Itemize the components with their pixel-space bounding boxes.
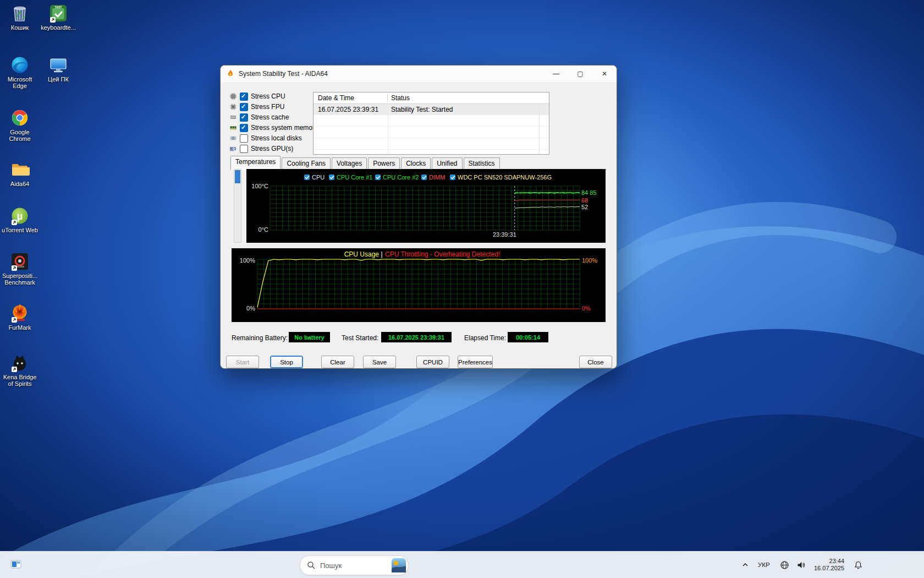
icon-label: Кошик [0,24,40,31]
search-highlight-icon[interactable] [391,558,406,573]
svg-text:CPU: CPU [312,174,324,181]
stress-gpu-row[interactable]: Stress GPU(s) [229,144,293,153]
stress-disks-checkbox[interactable] [240,134,248,143]
gpu-icon [229,145,237,152]
test-started-value: 16.07.2025 23:39:31 [381,332,452,342]
window-title: System Stability Test - AIDA64 [239,70,328,78]
tab-clocks[interactable]: Clocks [401,157,431,170]
cpuid-button[interactable]: CPUID [416,356,449,368]
temperature-chart: CPUCPU Core #1CPU Core #2DIMMWDC PC SN52… [246,169,606,243]
tab-statistics[interactable]: Statistics [464,157,500,170]
svg-text:100%: 100% [240,257,255,264]
tray-clock[interactable]: 23:44 16.07.2025 [814,552,844,578]
desktop-icon-utorrent[interactable]: µ uTorrent Web [0,206,40,233]
stress-cache-checkbox[interactable] [240,113,248,122]
search-icon [307,561,316,570]
column-header-status[interactable]: Status [388,94,549,102]
close-button[interactable]: Close [579,356,612,368]
stress-memory-row[interactable]: Stress system memory [229,123,318,132]
desktop-icon-keyboardtest[interactable]: TEST keyboardte... [38,3,78,31]
minimize-button[interactable]: — [544,66,568,82]
stress-fpu-checkbox[interactable] [240,103,248,111]
stress-gpu-checkbox[interactable] [240,145,248,153]
column-divider [388,103,388,154]
tab-cooling-fans[interactable]: Cooling Fans [282,157,331,170]
tab-voltages[interactable]: Voltages [332,157,367,170]
cache-icon [229,113,237,121]
elapsed-label: Elapsed Time: [464,334,506,342]
aida64-flame-icon [226,69,235,78]
stress-fpu-row[interactable]: Stress FPU [229,102,284,111]
svg-text:µ: µ [17,211,23,222]
tray-language[interactable]: УКР [758,552,770,578]
temperature-scale-slider[interactable] [234,169,241,243]
superposition-icon [10,252,30,271]
log-empty-row [314,127,549,138]
stress-cpu-row[interactable]: Stress CPU [229,92,285,101]
svg-text:100°C: 100°C [251,183,268,189]
stress-memory-checkbox[interactable] [240,124,248,132]
desktop-icon-kena[interactable]: Kena Bridge of Spirits [0,353,40,387]
disk-icon [229,134,237,142]
log-table-row[interactable]: 16.07.2025 23:39:31 Stability Test: Star… [314,104,549,115]
preferences-button[interactable]: Preferences [458,356,493,368]
stop-button[interactable]: Stop [270,356,303,368]
utorrent-icon: µ [10,206,30,226]
taskbar-search[interactable]: Пошук [300,555,409,575]
tray-network[interactable] [780,552,789,578]
desktop-icon-superposition[interactable]: Superpositi... Benchmark [0,252,40,286]
desktop-icon-this-pc[interactable]: Цей ПК [38,55,78,83]
svg-text:84 85: 84 85 [581,189,597,196]
stress-cpu-checkbox[interactable] [240,92,248,101]
icon-label: Цей ПК [38,76,78,83]
recycle-bin-icon [10,3,30,23]
tray-volume[interactable] [796,552,806,578]
maximize-button[interactable]: ▢ [568,66,592,82]
desktop-icon-edge[interactable]: Microsoft Edge [0,55,40,89]
start-button: Start [226,356,259,368]
temperature-slider-thumb[interactable] [235,170,240,183]
icon-label: Aida64 [0,181,40,187]
svg-text:100%: 100% [582,257,597,264]
tab-powers[interactable]: Powers [368,157,400,170]
widget-icon [9,558,23,571]
tab-strip: Temperatures Cooling Fans Voltages Power… [230,157,607,170]
desktop-icon-aida64-folder[interactable]: Aida64 [0,160,40,187]
cpu-usage-panel: CPU Usage|CPU Throttling - Overheating D… [232,248,606,322]
tab-unified[interactable]: Unified [432,157,462,170]
tray-chevron[interactable] [741,552,749,578]
chevron-up-icon [741,561,749,569]
start-button-taskbar[interactable] [275,574,296,578]
svg-text:CPU Throttling - Overheating D: CPU Throttling - Overheating Detected! [385,250,500,258]
tray-time: 23:44 [814,558,844,565]
window-titlebar[interactable]: System Stability Test - AIDA64 — ▢ ✕ [221,66,617,82]
desktop-icon-chrome[interactable]: Google Chrome [0,108,40,142]
close-window-button[interactable]: ✕ [592,66,617,82]
tab-temperatures[interactable]: Temperatures [230,156,280,170]
svg-text:52: 52 [581,204,588,210]
language-label: УКР [758,561,770,568]
speaker-icon [796,560,806,570]
clear-button[interactable]: Clear [321,356,354,368]
stress-cache-label: Stress cache [251,113,289,121]
svg-text:CPU Core #2: CPU Core #2 [383,174,419,181]
desktop-icon-furmark[interactable]: FurMark [0,303,40,331]
bell-icon [854,560,863,570]
battery-value: No battery [289,332,330,342]
taskbar-corner-widget[interactable] [6,555,26,574]
cpu-usage-chart: CPU Usage|CPU Throttling - Overheating D… [232,248,606,322]
stress-disks-row[interactable]: Stress local disks [229,134,302,143]
icon-label: FurMark [0,324,40,331]
save-button[interactable]: Save [363,356,396,368]
column-header-datetime[interactable]: Date & Time [314,94,388,102]
log-table-scrollbar[interactable] [539,103,540,154]
aida64-window: System Stability Test - AIDA64 — ▢ ✕ Str… [220,65,617,369]
keyboard-test-icon: TEST [48,3,68,23]
svg-text:0%: 0% [246,305,255,312]
tray-notifications[interactable] [854,552,863,578]
stress-cache-row[interactable]: Stress cache [229,113,289,122]
svg-text:CPU Core #1: CPU Core #1 [337,174,372,181]
desktop-icon-recycle-bin[interactable]: Кошик [0,3,40,31]
svg-text:|: | [381,250,382,258]
network-globe-icon [780,560,789,570]
